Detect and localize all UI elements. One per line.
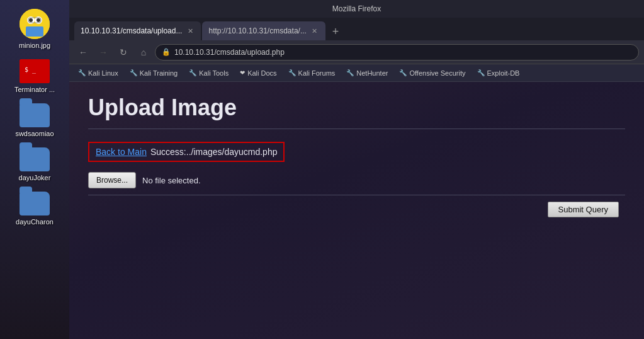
browser-window: Mozilla Firefox 10.10.10.31/cmsdata/uplo…	[69, 0, 644, 339]
submit-row: Submit Query	[88, 195, 625, 202]
desktop-icon-terminator[interactable]: $ _ Terminator ...	[6, 57, 63, 96]
bookmark-kali-linux-label: Kali Linux	[88, 69, 118, 77]
forward-button[interactable]: →	[94, 43, 112, 61]
success-box: Back to Main Success:../images/dayucmd.p…	[88, 142, 285, 162]
home-button[interactable]: ⌂	[135, 43, 152, 61]
bookmark-kali-docs[interactable]: ❤ Kali Docs	[235, 66, 281, 80]
address-bar[interactable]: 🔒 10.10.10.31/cmsdata/upload.php	[155, 44, 639, 60]
tab-2-close[interactable]: ✕	[310, 26, 319, 35]
svg-rect-2	[26, 26, 43, 37]
file-input-row: Browse... No file selected.	[88, 172, 625, 188]
lock-icon: 🔒	[162, 48, 171, 56]
tab-1[interactable]: 10.10.10.31/cmsdata/upload... ✕	[74, 21, 201, 40]
bookmark-kali-tools-icon: 🔧	[189, 69, 196, 76]
bookmark-offensive-security-label: Offensive Security	[409, 69, 465, 77]
desktop-icon-dayujoker[interactable]: dayuJoker	[6, 145, 63, 184]
bookmark-nethunter-label: NetHunter	[356, 69, 388, 77]
bookmark-kali-tools[interactable]: 🔧 Kali Tools	[184, 66, 234, 80]
back-button[interactable]: ←	[74, 43, 92, 61]
upload-form: Back to Main Success:../images/dayucmd.p…	[88, 142, 625, 202]
minion-thumbnail	[20, 9, 50, 39]
bookmark-kali-forums-icon: 🔧	[288, 69, 296, 76]
address-text: 10.10.10.31/cmsdata/upload.php	[174, 48, 285, 57]
bookmarks-bar: 🔧 Kali Linux 🔧 Kali Training 🔧 Kali Tool…	[69, 64, 644, 82]
svg-text:$ _: $ _	[25, 66, 37, 74]
bookmark-kali-training-label: Kali Training	[140, 69, 178, 77]
titlebar: Mozilla Firefox	[69, 0, 644, 18]
submit-button[interactable]: Submit Query	[548, 202, 619, 217]
page-content: Upload Image Back to Main Success:../ima…	[69, 82, 644, 339]
folder-swdsaomiao-icon	[20, 103, 50, 127]
bookmark-kali-tools-label: Kali Tools	[199, 69, 229, 77]
bookmark-kali-linux-icon: 🔧	[78, 69, 86, 76]
bookmark-exploit-db-icon: 🔧	[477, 69, 485, 76]
tab-2[interactable]: http://10.10.10.31/cmsdata/... ✕	[202, 21, 325, 40]
tabbar: 10.10.10.31/cmsdata/upload... ✕ http://1…	[69, 18, 644, 40]
bookmark-kali-training-icon: 🔧	[130, 69, 137, 76]
desktop-sidebar: minion.jpg $ _ Terminator ... swdsaomiao…	[0, 0, 69, 339]
browse-button[interactable]: Browse...	[88, 172, 136, 188]
bookmark-kali-forums-label: Kali Forums	[298, 69, 336, 77]
desktop-icon-dayujoker-label: dayuJoker	[19, 174, 51, 181]
bookmark-offensive-security[interactable]: 🔧 Offensive Security	[394, 66, 470, 80]
tab-1-label: 10.10.10.31/cmsdata/upload...	[81, 26, 182, 35]
svg-point-5	[29, 18, 33, 22]
bookmark-kali-training[interactable]: 🔧 Kali Training	[125, 66, 183, 80]
svg-point-6	[37, 18, 40, 22]
reload-button[interactable]: ↻	[115, 43, 132, 61]
desktop-icon-minion-label: minion.jpg	[19, 42, 50, 49]
desktop-icon-dayucharon-label: dayuCharon	[16, 218, 54, 226]
bookmark-exploit-db[interactable]: 🔧 Exploit-DB	[472, 66, 525, 80]
tab-1-close[interactable]: ✕	[186, 26, 195, 35]
titlebar-text: Mozilla Firefox	[332, 4, 381, 13]
back-to-main-link[interactable]: Back to Main	[96, 147, 147, 157]
no-file-selected-text: No file selected.	[142, 176, 201, 185]
folder-dayujoker-icon	[20, 147, 50, 171]
desktop-icon-swdsaomiao[interactable]: swdsaomiao	[6, 101, 63, 140]
navbar: ← → ↻ ⌂ 🔒 10.10.10.31/cmsdata/upload.php	[69, 40, 644, 64]
bookmark-offensive-security-icon: 🔧	[399, 69, 407, 76]
terminator-thumbnail: $ _	[20, 59, 50, 83]
bookmark-kali-docs-label: Kali Docs	[247, 69, 276, 77]
bookmark-kali-forums[interactable]: 🔧 Kali Forums	[283, 66, 341, 80]
bookmark-nethunter[interactable]: 🔧 NetHunter	[341, 66, 393, 80]
success-message: Success:../images/dayucmd.php	[150, 147, 278, 157]
new-tab-button[interactable]: +	[327, 23, 344, 40]
desktop-icon-terminator-label: Terminator ...	[14, 86, 55, 93]
desktop-icon-swdsaomiao-label: swdsaomiao	[15, 130, 54, 137]
tab-2-label: http://10.10.10.31/cmsdata/...	[208, 26, 306, 35]
desktop-icon-dayucharon[interactable]: dayuCharon	[6, 189, 63, 228]
desktop-icon-minion[interactable]: minion.jpg	[6, 6, 63, 52]
folder-dayucharon-icon	[20, 192, 50, 215]
bookmark-nethunter-icon: 🔧	[346, 69, 354, 76]
bookmark-exploit-db-label: Exploit-DB	[487, 69, 520, 77]
bookmark-kali-docs-icon: ❤	[240, 69, 245, 76]
bookmark-kali-linux[interactable]: 🔧 Kali Linux	[73, 66, 123, 80]
page-title: Upload Image	[88, 95, 625, 129]
